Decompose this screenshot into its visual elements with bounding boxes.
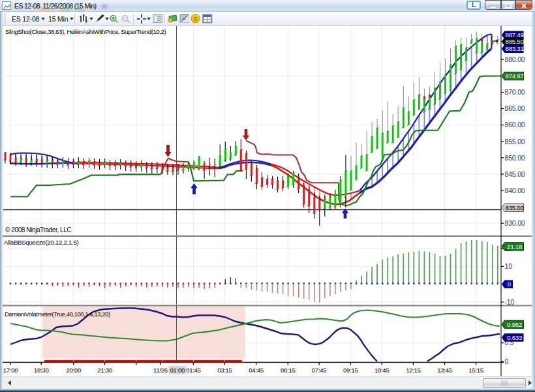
svg-text:865.00: 865.00 [505,104,525,112]
svg-text:SlingShot(Close,38,63), Heikin: SlingShot(Close,38,63), HeikinAshiWithPr… [5,28,166,35]
svg-text:-10: -10 [505,298,515,306]
svg-text:01:45: 01:45 [186,367,201,374]
svg-text:10: 10 [505,262,513,270]
svg-text:10:45: 10:45 [374,367,390,374]
svg-text:13:45: 13:45 [437,367,452,374]
svg-text:850.00: 850.00 [505,154,525,162]
svg-text:0: 0 [508,280,512,288]
svg-text:870.00: 870.00 [505,88,525,96]
svg-text:11/26: 11/26 [153,367,168,374]
svg-text:04:45: 04:45 [249,367,264,374]
svg-text:12:15: 12:15 [406,367,421,374]
svg-text:21.18: 21.18 [507,243,522,250]
svg-text:01:00: 01:00 [170,367,185,374]
svg-text:18:30: 18:30 [34,367,49,374]
svg-text:20:00: 20:00 [66,367,81,374]
svg-text:855.00: 855.00 [505,138,525,145]
svg-text:885.50: 885.50 [506,38,525,45]
svg-text:883.31: 883.31 [506,45,524,52]
svg-text:06:15: 06:15 [281,367,296,374]
svg-text:S: S [193,16,197,22]
svg-text:AllaBBSqueeze(20,12,2,1.5): AllaBBSqueeze(20,12,2,1.5) [4,239,79,246]
svg-text:860.00: 860.00 [505,121,525,128]
svg-text:15:15: 15:15 [468,367,483,374]
svg-text:0: 0 [505,357,509,365]
svg-text:0.962: 0.962 [507,321,522,328]
svg-text:830.00: 830.00 [505,219,525,227]
svg-text:17:00: 17:00 [3,367,18,374]
svg-text:© 2008 NinjaTrader, LLC: © 2008 NinjaTrader, LLC [5,226,71,234]
svg-text:21:30: 21:30 [97,367,112,374]
svg-text:03:15: 03:15 [217,367,232,374]
svg-text:09:15: 09:15 [343,367,358,374]
svg-text:845.00: 845.00 [505,170,525,178]
svg-text:835.00: 835.00 [506,204,525,211]
svg-text:DamianiVolatmeter(True,40,100,: DamianiVolatmeter(True,40,100,1.4,13,20) [5,311,110,318]
svg-text:840.00: 840.00 [505,187,525,194]
svg-text:880.00: 880.00 [505,55,525,63]
svg-text:874.97: 874.97 [506,72,524,80]
svg-text:0.633: 0.633 [507,334,522,341]
svg-text:07:45: 07:45 [312,367,327,374]
